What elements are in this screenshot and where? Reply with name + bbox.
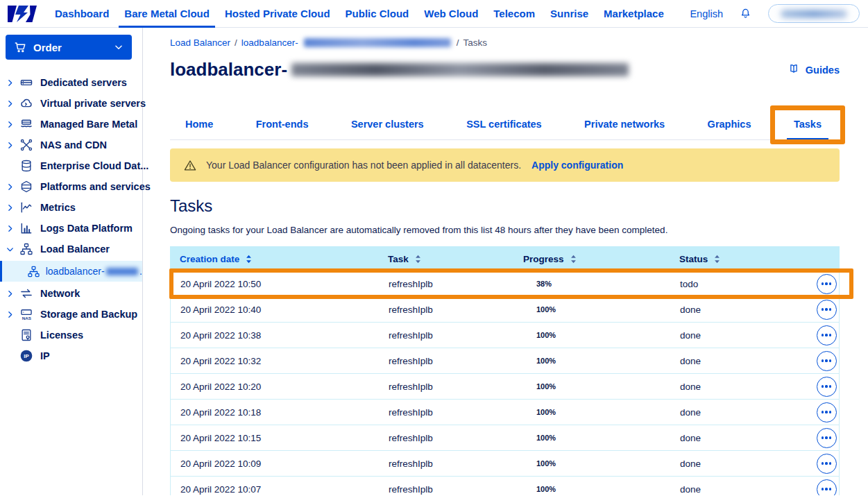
sidebar-item-ip[interactable]: IP IP (0, 345, 142, 366)
row-actions-button[interactable] (817, 351, 837, 371)
chevron-right-icon (6, 120, 17, 129)
chevron-down-icon (6, 245, 17, 254)
section-description: Ongoing tasks for your Load Balancer are… (170, 225, 840, 235)
language-selector[interactable]: English (690, 8, 723, 19)
breadcrumb-current: Tasks (463, 37, 487, 48)
breadcrumb-load-balancer-link[interactable]: Load Balancer (170, 37, 230, 48)
row-actions-button[interactable] (817, 454, 837, 474)
tab[interactable]: Server clusters (348, 108, 427, 139)
bar-chart-icon (19, 221, 35, 235)
user-account-button[interactable] (768, 4, 860, 23)
topnav-item-label: Bare Metal Cloud (124, 8, 210, 19)
sidebar-item-licenses[interactable]: Licenses (0, 325, 142, 345)
topnav: Dashboard Bare Metal Cloud Hosted Privat… (47, 0, 672, 27)
sidebar-item-storage-and-backup[interactable]: NAS Storage and Backup (0, 304, 142, 325)
sidebar-item-label: Logs Data Platform (40, 223, 133, 234)
sort-icon (714, 255, 720, 264)
sidebar-item-network[interactable]: Network (0, 283, 142, 304)
platform-icon (19, 180, 35, 194)
cell-status: todo (670, 279, 814, 289)
cell-status: done (670, 484, 814, 495)
guides-button[interactable]: Guides (788, 63, 840, 76)
cell-task: refreshIplb (379, 279, 514, 289)
tab[interactable]: Home (182, 108, 216, 139)
topnav-item[interactable]: Web Cloud (416, 0, 486, 27)
sidebar-item-logs-data-platform[interactable]: Logs Data Platform (0, 218, 142, 239)
tab[interactable]: SSL certificates (463, 108, 545, 139)
breadcrumb-instance-link[interactable]: loadbalancer- (241, 37, 298, 48)
cell-task: refreshIplb (379, 356, 514, 366)
topnav-item[interactable]: Bare Metal Cloud (117, 0, 217, 27)
truncation-dot: . (139, 266, 142, 277)
ovhcloud-logo-icon[interactable] (0, 0, 47, 27)
topnav-item-label: Marketplace (604, 8, 664, 19)
table-row: 20 April 2022 10:32 refreshIplb 100% don… (171, 348, 839, 374)
cell-status: done (670, 382, 814, 392)
topnav-item-label: Sunrise (550, 8, 588, 19)
cell-progress: 100% (514, 305, 670, 314)
sidebar-item-loadbalancer-instance[interactable]: loadbalancer-. (0, 261, 142, 282)
tab[interactable]: Private networks (581, 108, 667, 139)
svg-text:NAS: NAS (22, 316, 31, 320)
row-actions-button[interactable] (817, 428, 837, 448)
warning-banner: Your Load Balancer configuration has not… (170, 148, 840, 182)
chevron-right-icon (6, 289, 17, 298)
cell-progress: 100% (514, 434, 670, 442)
chevron-right-icon (6, 182, 17, 191)
sidebar-item-label: Metrics (40, 202, 76, 213)
sidebar-item-load-balancer[interactable]: Load Balancer (0, 239, 142, 259)
notifications-bell-icon[interactable] (740, 7, 751, 20)
column-header-task[interactable]: Task (378, 254, 513, 264)
order-button[interactable]: Order (6, 35, 132, 60)
server-icon (19, 76, 35, 89)
sort-icon (570, 255, 577, 264)
apply-configuration-link[interactable]: Apply configuration (531, 160, 623, 171)
topnav-item[interactable]: Hosted Private Cloud (217, 0, 338, 27)
tab[interactable]: Tasks (791, 108, 824, 139)
sidebar-item-label: Managed Bare Metal (40, 119, 137, 130)
row-actions-button[interactable] (817, 479, 837, 496)
tab-label: Home (185, 119, 213, 130)
column-label: Status (679, 254, 708, 264)
topnav-item[interactable]: Dashboard (47, 0, 117, 27)
sidebar-item-virtual-private-servers[interactable]: Virtual private servers (0, 93, 142, 114)
chevron-right-icon (6, 203, 17, 212)
column-header-status[interactable]: Status (670, 254, 813, 264)
tab[interactable]: Graphics (705, 108, 754, 139)
sidebar-item-dedicated-servers[interactable]: Dedicated servers (0, 72, 142, 93)
topnav-item[interactable]: Marketplace (596, 0, 672, 27)
sidebar-item-label: Licenses (40, 330, 83, 341)
tab-label: SSL certificates (466, 119, 542, 130)
row-actions-button[interactable] (817, 274, 837, 294)
table-row: 20 April 2022 10:20 refreshIplb 100% don… (171, 374, 839, 400)
row-actions-button[interactable] (817, 402, 837, 422)
sidebar-item-enterprise-cloud-database[interactable]: Enterprise Cloud Dat... (0, 155, 142, 176)
tab-label: Private networks (584, 119, 665, 130)
sidebar-item-platforms-and-services[interactable]: Platforms and services (0, 176, 142, 197)
app-window: Dashboard Bare Metal Cloud Hosted Privat… (0, 0, 868, 496)
tab[interactable]: Front-ends (253, 108, 312, 139)
tab-label: Front-ends (256, 119, 309, 130)
topnav-item[interactable]: Telecom (486, 0, 543, 27)
sidebar-item-nas-and-cdn[interactable]: NAS and CDN (0, 135, 142, 155)
nas-icon: NAS (19, 307, 35, 321)
cell-status: done (670, 356, 814, 366)
column-label: Creation date (180, 254, 239, 264)
cell-progress: 100% (514, 382, 670, 391)
row-actions-button[interactable] (817, 377, 837, 397)
row-actions-button[interactable] (817, 300, 837, 320)
sidebar-item-metrics[interactable]: Metrics (0, 197, 142, 218)
cell-progress: 100% (514, 357, 670, 365)
redacted-text (106, 268, 139, 275)
row-actions-button[interactable] (817, 325, 837, 345)
column-header-progress[interactable]: Progress (513, 254, 670, 264)
sidebar-item-managed-bare-metal[interactable]: Managed Bare Metal (0, 114, 142, 135)
chevron-right-icon (6, 78, 17, 87)
chevron-right-icon (6, 141, 17, 150)
column-header-creation-date[interactable]: Creation date (170, 254, 378, 264)
cell-creation-date: 20 April 2022 10:50 (171, 279, 379, 289)
breadcrumb-instance-prefix: loadbalancer- (241, 37, 298, 48)
topnav-item[interactable]: Public Cloud (338, 0, 417, 27)
topnav-item[interactable]: Sunrise (543, 0, 596, 27)
network-icon (19, 287, 35, 300)
